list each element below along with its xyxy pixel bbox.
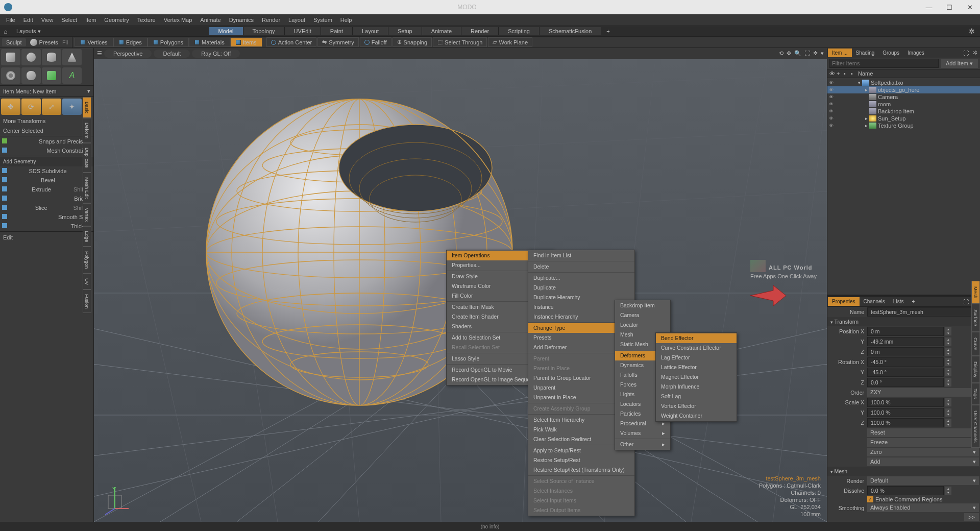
nav-frame-icon[interactable]: ⛶ [804, 50, 810, 57]
reset-button[interactable]: Reset▾ [867, 428, 979, 437]
viewport-dropdown-icon[interactable]: ▾ [821, 50, 824, 57]
sculpt-button[interactable]: Sculpt [2, 38, 26, 46]
tab-lists[interactable]: Lists [889, 297, 908, 306]
layouts-dropdown[interactable]: Layouts ▾ [11, 28, 46, 35]
enable-cmd-regions-checkbox[interactable]: ✓ [867, 496, 873, 502]
3d-viewport[interactable]: ☰ Perspective Default Ray GL: Off ⟲ ✥ 🔍 … [94, 48, 827, 522]
menu-geometry[interactable]: Geometry [100, 14, 133, 26]
tab-channels[interactable]: Channels [860, 297, 889, 306]
tree-row[interactable]: 👁room [827, 101, 980, 108]
tab-uvedit[interactable]: UVEdit [285, 27, 321, 35]
rvtab-user-channels[interactable]: User Channels [971, 405, 980, 448]
dissolve-field[interactable]: 0.0 % [867, 486, 944, 495]
menu-item[interactable]: Magnet Effector [656, 372, 737, 382]
nav-zoom-icon[interactable]: 🔍 [794, 50, 801, 57]
mode-polygons[interactable]: Polygons [148, 38, 189, 47]
transform-rotate-button[interactable]: ⟳ [21, 99, 41, 115]
rotation-y-field[interactable]: -45.0 ° [867, 368, 944, 377]
menu-edit[interactable]: Edit [19, 14, 37, 26]
menu-item[interactable]: Locator [615, 320, 670, 330]
nav-pan-icon[interactable]: ✥ [787, 50, 791, 57]
position-y-field[interactable]: -49.2 mm [867, 337, 944, 346]
filter-items-input[interactable] [829, 59, 939, 68]
menu-item[interactable]: Lattice Effector [656, 363, 737, 372]
menu-item[interactable]: Bend Effector [656, 333, 737, 343]
tree-row[interactable]: 👁Camera [827, 93, 980, 101]
tree-row[interactable]: 👁▾Softpedia.lxo [827, 79, 980, 86]
primitive-plane-button[interactable] [42, 67, 61, 84]
rvtab-surface[interactable]: Surface [971, 304, 980, 332]
window-minimize-button[interactable]: — [919, 0, 939, 14]
menu-select[interactable]: Select [57, 14, 81, 26]
snaps-precision-item[interactable]: Snaps and Precision [0, 137, 93, 146]
panel-expand-icon[interactable]: ⛶ [961, 50, 971, 56]
tab-properties[interactable]: Properties [828, 297, 860, 306]
context-menu-deformers[interactable]: Bend EffectorCurve Constraint EffectorLa… [655, 332, 737, 422]
transform-universal-button[interactable]: ✦ [62, 99, 82, 115]
window-close-button[interactable]: ✕ [960, 0, 980, 14]
primitive-torus-button[interactable] [1, 67, 20, 84]
mode-vertices[interactable]: Vertices [75, 38, 113, 47]
op-bridge[interactable]: Bridge [0, 194, 93, 203]
menu-item[interactable]: Duplicate... [528, 273, 634, 283]
rvtab-tags[interactable]: Tags [971, 383, 980, 404]
edit-dropdown[interactable]: Edit▾ [0, 232, 93, 242]
menu-item[interactable]: Soft Lag [656, 392, 737, 401]
menu-item[interactable]: Item [81, 14, 100, 26]
home-icon[interactable]: ⌂ [0, 28, 11, 35]
add-button[interactable]: Add▾ [867, 457, 979, 466]
select-through-button[interactable]: ⬚Select Through [433, 37, 487, 47]
tab-topology[interactable]: Topology [243, 27, 285, 35]
menu-item[interactable]: Find in Item List [528, 251, 634, 260]
transform-section-header[interactable]: Transform [827, 317, 980, 326]
menu-texture[interactable]: Texture [133, 14, 160, 26]
primitive-sphere-button[interactable] [21, 49, 41, 65]
tab-paint[interactable]: Paint [321, 27, 353, 35]
vtab-polygon[interactable]: Polygon [83, 247, 91, 273]
more-transforms-dropdown[interactable]: More Transforms▾ [0, 116, 93, 126]
tab-animate[interactable]: Animate [422, 27, 461, 35]
tab-shading[interactable]: Shading [852, 49, 879, 57]
menu-item[interactable]: Duplicate [528, 283, 634, 293]
menu-item[interactable]: Volumes [615, 428, 670, 438]
eye-column-icon[interactable]: 👁 [827, 69, 835, 78]
menu-vertex-map[interactable]: Vertex Map [160, 14, 197, 26]
op-thicken[interactable]: Thicken [0, 222, 93, 231]
tab-layout[interactable]: Layout [353, 27, 388, 35]
vtab-edge[interactable]: Edge [83, 226, 91, 247]
view-perspective-dropdown[interactable]: Perspective [104, 50, 152, 58]
primitive-cone-button[interactable] [62, 49, 82, 65]
mode-edges[interactable]: Edges [113, 38, 148, 47]
freeze-button[interactable]: Freeze▾ [867, 438, 979, 447]
vtab-mesh-edit[interactable]: Mesh Edit [83, 173, 91, 203]
render-select[interactable]: Default▾ [867, 476, 979, 485]
vtab-duplicate[interactable]: Duplicate [83, 143, 91, 173]
transform-scale-button[interactable]: ⤢ [42, 99, 61, 115]
menu-dynamics[interactable]: Dynamics [225, 14, 258, 26]
nav-orbit-icon[interactable]: ⟲ [779, 50, 783, 57]
tab-model[interactable]: Model [209, 27, 243, 35]
settings-gear-icon[interactable]: ✲ [964, 27, 980, 35]
op-extrude[interactable]: ExtrudeShift-X [0, 185, 93, 194]
menu-item[interactable]: Delete [528, 262, 634, 272]
position-x-field[interactable]: 0 m [867, 327, 944, 336]
vtab-basic[interactable]: Basic [83, 97, 91, 118]
primitive-capsule-button[interactable] [21, 67, 41, 84]
menu-item[interactable]: Vortex Effector [656, 401, 737, 411]
work-plane-button[interactable]: ▱Work Plane [488, 37, 532, 47]
add-item-button[interactable]: Add Item ▾ [941, 59, 978, 68]
presets-button[interactable]: PresetsFil [28, 39, 70, 46]
view-raygl-toggle[interactable]: Ray GL: Off [192, 50, 240, 58]
transform-move-button[interactable]: ✥ [1, 99, 20, 115]
tree-row[interactable]: 👁Backdrop Item [827, 108, 980, 115]
rotation-z-field[interactable]: 0.0 ° [867, 378, 944, 387]
window-maximize-button[interactable]: ☐ [939, 0, 960, 14]
primitive-cube-button[interactable] [1, 49, 20, 65]
mode-items[interactable]: Items [230, 38, 262, 47]
scale-y-field[interactable]: 100.0 % [867, 408, 944, 417]
op-smooth-shift[interactable]: Smooth Shift [0, 212, 93, 222]
mode-materials[interactable]: Materials [189, 38, 230, 47]
primitive-text-button[interactable]: A [62, 67, 82, 84]
rvtab-mesh[interactable]: Mesh [971, 281, 980, 304]
op-sds-subdivide[interactable]: SDS SubdivideD [0, 166, 93, 176]
